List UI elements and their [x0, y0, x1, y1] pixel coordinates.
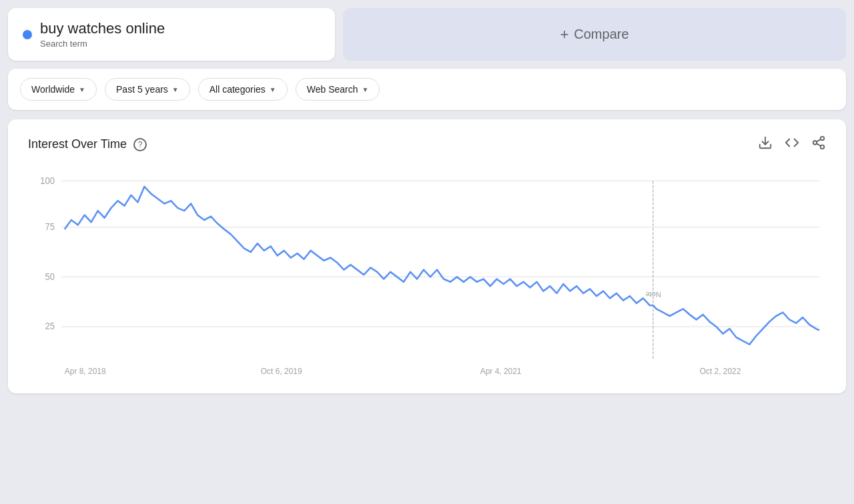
- search-term-label: Search term: [40, 39, 165, 49]
- svg-text:50: 50: [45, 271, 54, 281]
- svg-line-4: [817, 143, 821, 146]
- time-filter[interactable]: Past 5 years ▼: [105, 78, 190, 101]
- chart-header: Interest Over Time ?: [28, 135, 826, 153]
- search-term-card: buy watches online Search term: [8, 8, 335, 61]
- svg-text:Oct 6, 2019: Oct 6, 2019: [261, 367, 302, 376]
- term-color-dot: [23, 30, 32, 39]
- chart-title: Interest Over Time: [28, 137, 127, 151]
- geography-filter-label: Worldwide: [31, 84, 75, 95]
- chart-title-group: Interest Over Time ?: [28, 137, 147, 151]
- time-filter-label: Past 5 years: [116, 84, 168, 95]
- compare-label: Compare: [574, 27, 628, 42]
- embed-button[interactable]: [785, 135, 799, 153]
- svg-text:Oct 2, 2022: Oct 2, 2022: [700, 367, 741, 376]
- svg-text:100: 100: [40, 175, 55, 185]
- geography-chevron-icon: ▼: [79, 86, 85, 93]
- download-button[interactable]: [758, 135, 773, 153]
- filters-row: Worldwide ▼ Past 5 years ▼ All categorie…: [8, 69, 846, 110]
- geography-filter[interactable]: Worldwide ▼: [20, 78, 97, 101]
- search-type-filter[interactable]: Web Search ▼: [296, 78, 380, 101]
- chart-svg: 100 75 50 25 Note Apr 8, 2018 Oct 6, 201…: [28, 167, 826, 380]
- svg-line-5: [817, 139, 821, 142]
- svg-text:Note: Note: [646, 291, 661, 299]
- category-filter-label: All categories: [209, 84, 266, 95]
- search-type-chevron-icon: ▼: [362, 86, 368, 93]
- svg-text:75: 75: [45, 222, 54, 232]
- svg-text:Apr 4, 2021: Apr 4, 2021: [480, 367, 522, 376]
- share-button[interactable]: [811, 135, 826, 153]
- compare-card[interactable]: + Compare: [343, 8, 846, 61]
- svg-text:25: 25: [45, 321, 54, 331]
- help-icon[interactable]: ?: [133, 138, 147, 151]
- svg-text:Apr 8, 2018: Apr 8, 2018: [65, 367, 106, 376]
- compare-plus-icon: +: [560, 26, 568, 43]
- chart-card: Interest Over Time ?: [8, 119, 846, 393]
- category-filter[interactable]: All categories ▼: [198, 78, 288, 101]
- category-chevron-icon: ▼: [270, 86, 276, 93]
- search-type-filter-label: Web Search: [307, 84, 358, 95]
- search-term-text: buy watches online: [40, 20, 165, 37]
- chart-actions: [758, 135, 826, 153]
- trend-line: [65, 187, 819, 345]
- chart-area: 100 75 50 25 Note Apr 8, 2018 Oct 6, 201…: [28, 167, 826, 380]
- time-chevron-icon: ▼: [172, 86, 179, 93]
